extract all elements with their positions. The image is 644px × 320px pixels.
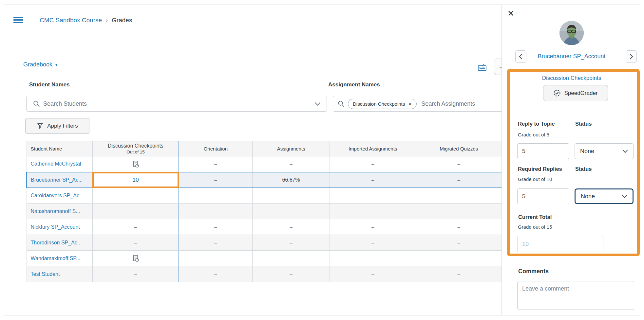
grade-cell[interactable]: – bbox=[253, 188, 330, 204]
grade-cell[interactable]: – bbox=[330, 204, 416, 219]
column-header-orientation[interactable]: Orientation bbox=[179, 141, 253, 156]
column-header-migrated-quizzes[interactable]: Migrated Quizzes bbox=[416, 141, 502, 156]
speedgrader-button[interactable]: SpeedGrader bbox=[543, 85, 608, 101]
status-label: Status bbox=[575, 121, 592, 127]
grade-cell[interactable]: – bbox=[179, 172, 253, 188]
grade-cell[interactable]: – bbox=[253, 219, 330, 235]
breadcrumb-course-link[interactable]: CMC Sandbox Course bbox=[40, 17, 102, 24]
table-row: Catherine McChrystal –––– bbox=[27, 156, 502, 172]
grade-cell[interactable]: – bbox=[179, 188, 253, 204]
gradebook-dropdown[interactable]: Gradebook ▾ bbox=[23, 61, 57, 68]
grade-cell[interactable]: – bbox=[330, 188, 416, 204]
student-name-link[interactable]: Caroldanvers SP_Ac... bbox=[27, 188, 92, 204]
table-row: Test Student––––– bbox=[27, 266, 502, 282]
assignment-title-link[interactable]: Discussion Checkpoints bbox=[502, 75, 641, 81]
grade-cell[interactable]: – bbox=[253, 235, 330, 251]
grade-cell[interactable]: – bbox=[253, 266, 330, 282]
checkpoint-grade-cell[interactable] bbox=[92, 251, 179, 266]
assignment-filter-tag[interactable]: Discussion Checkpoints ✕ bbox=[348, 99, 417, 109]
checkpoint-grade-cell[interactable]: – bbox=[92, 188, 179, 204]
reply-to-topic-status-select[interactable]: None bbox=[575, 143, 634, 159]
grade-value: – bbox=[290, 193, 293, 198]
grade-cell[interactable]: – bbox=[416, 204, 502, 219]
required-replies-status-select[interactable]: None bbox=[575, 188, 634, 204]
grade-cell[interactable]: – bbox=[253, 251, 330, 266]
grade-value: – bbox=[458, 208, 460, 214]
student-name-link[interactable]: Test Student bbox=[27, 266, 92, 282]
checkpoint-grade-cell[interactable]: – bbox=[92, 204, 179, 219]
partial-toolbar-button[interactable]: – bbox=[494, 59, 502, 75]
grade-value: – bbox=[371, 193, 374, 198]
grade-value: – bbox=[371, 240, 374, 245]
checkpoint-grade-cell[interactable] bbox=[92, 156, 179, 172]
grade-cell[interactable]: – bbox=[179, 266, 253, 282]
tray-student-name-link[interactable]: Brucebanner SP_Account bbox=[502, 53, 641, 60]
grade-cell[interactable]: – bbox=[330, 235, 416, 251]
comment-textarea[interactable] bbox=[517, 281, 634, 310]
grade-value: – bbox=[458, 271, 460, 277]
grade-cell[interactable]: 66.67% bbox=[253, 172, 330, 188]
student-search bbox=[26, 96, 327, 112]
student-name-link[interactable]: Natasharomanoff S... bbox=[27, 204, 92, 219]
checkpoint-grade-cell[interactable]: – bbox=[92, 266, 179, 282]
grade-cell[interactable]: – bbox=[416, 219, 502, 235]
grade-cell[interactable]: – bbox=[179, 204, 253, 219]
student-name-link[interactable]: Brucebanner SP_Ac... bbox=[27, 172, 92, 188]
chevron-down-icon bbox=[622, 195, 627, 198]
grade-cell[interactable]: – bbox=[179, 251, 253, 266]
current-total-label: Current Total bbox=[518, 214, 552, 220]
current-total-input bbox=[517, 236, 603, 252]
grade-value: – bbox=[371, 177, 374, 183]
grade-cell[interactable]: – bbox=[179, 156, 253, 172]
table-row: Wandamaximoff SP... –––– bbox=[27, 251, 502, 266]
grade-value: – bbox=[458, 240, 460, 245]
grade-cell[interactable]: – bbox=[253, 156, 330, 172]
grade-cell[interactable]: – bbox=[330, 251, 416, 266]
checkpoint-grade-cell[interactable]: 10 bbox=[92, 172, 179, 188]
grade-cell[interactable]: – bbox=[416, 266, 502, 282]
reply-to-topic-grade-input[interactable] bbox=[517, 143, 569, 159]
grade-cell[interactable]: – bbox=[179, 235, 253, 251]
required-replies-grade-input[interactable] bbox=[517, 188, 569, 204]
grade-value: – bbox=[458, 177, 460, 183]
keyboard-shortcuts-icon[interactable] bbox=[478, 63, 487, 72]
grade-cell[interactable]: – bbox=[330, 156, 416, 172]
grade-cell[interactable]: – bbox=[330, 266, 416, 282]
grade-cell[interactable]: – bbox=[416, 251, 502, 266]
column-header-discussion-checkpoints[interactable]: Discussion Checkpoints Out of 15 bbox=[92, 141, 179, 156]
checkpoint-grade-cell[interactable]: – bbox=[92, 219, 179, 235]
grade-value: 66.67% bbox=[282, 177, 300, 183]
table-row: Natasharomanoff S...––––– bbox=[27, 204, 502, 219]
grade-cell[interactable]: – bbox=[330, 172, 416, 188]
grade-cell[interactable]: – bbox=[416, 156, 502, 172]
grade-cell[interactable]: – bbox=[330, 219, 416, 235]
student-name-link[interactable]: Nickfury SP_Account bbox=[27, 219, 92, 235]
grade-value: – bbox=[371, 224, 374, 230]
checkpoint-grade-cell[interactable]: – bbox=[92, 235, 179, 251]
student-name-link[interactable]: Catherine McChrystal bbox=[27, 156, 92, 172]
status-select-value: None bbox=[581, 193, 595, 200]
page-card: CMC Sandbox Course › Grades Gradebook ▾ … bbox=[3, 5, 641, 315]
student-name-link[interactable]: Thorodinson SP_Ac... bbox=[27, 235, 92, 251]
close-tray-button[interactable] bbox=[508, 10, 515, 17]
grade-value: – bbox=[290, 224, 293, 230]
grade-value: – bbox=[214, 224, 217, 230]
remove-tag-icon[interactable]: ✕ bbox=[408, 101, 412, 106]
student-search-input[interactable] bbox=[43, 100, 314, 107]
column-header-student-name[interactable]: Student Name bbox=[27, 141, 92, 156]
chevron-down-icon[interactable] bbox=[314, 102, 321, 106]
column-header-assignments[interactable]: Assignments bbox=[253, 141, 330, 156]
grade-cell[interactable]: – bbox=[416, 235, 502, 251]
grade-cell[interactable]: – bbox=[179, 219, 253, 235]
table-row: Nickfury SP_Account––––– bbox=[27, 219, 502, 235]
apply-filters-button[interactable]: Apply Filters bbox=[25, 118, 89, 134]
grade-cell[interactable]: – bbox=[416, 188, 502, 204]
grade-cell[interactable]: – bbox=[253, 204, 330, 219]
assignment-filter-tag-label: Discussion Checkpoints bbox=[353, 101, 405, 107]
column-header-imported-assignments[interactable]: Imported Assignments bbox=[330, 141, 416, 156]
assignment-search-input[interactable] bbox=[421, 100, 500, 107]
column-header-points: Out of 15 bbox=[93, 150, 179, 154]
student-name-link[interactable]: Wandamaximoff SP... bbox=[27, 251, 92, 266]
hamburger-menu-icon[interactable] bbox=[13, 17, 23, 24]
grade-cell[interactable]: – bbox=[416, 172, 502, 188]
